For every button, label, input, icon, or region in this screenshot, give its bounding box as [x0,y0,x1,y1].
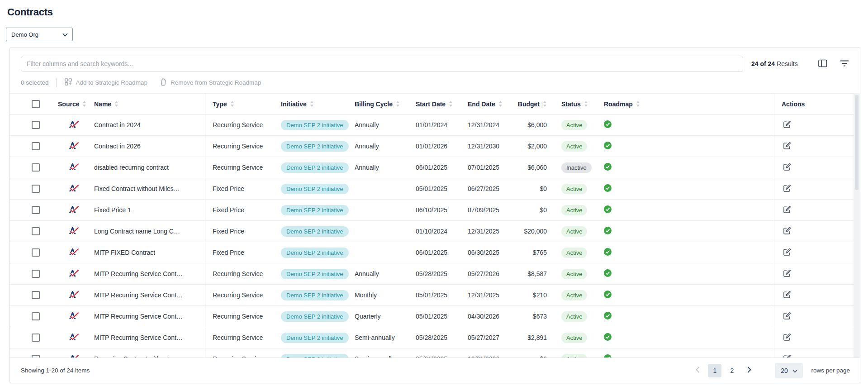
edit-contract-button[interactable] [782,332,792,344]
cell-budget: $6,000 [510,114,554,135]
edit-contract-button[interactable] [782,204,792,216]
sort-icon[interactable] [82,101,86,107]
header-cell-name[interactable]: Name [87,94,205,114]
cell-end: 05/27/2026 [468,270,499,277]
row-checkbox[interactable] [32,227,40,235]
cell-start: 01/01/2026 [416,143,447,150]
sort-icon[interactable] [636,101,640,107]
row-checkbox[interactable] [32,291,40,299]
header-cell-end[interactable]: End Date [460,94,510,114]
header-cell-budget[interactable]: Budget [510,94,554,114]
chevron-down-icon [62,30,68,38]
cell-start: 05/01/2025 [416,291,447,299]
page-size-value: 20 [781,367,788,374]
add-to-roadmap-button[interactable]: Add to Strategic Roadmap [65,77,147,88]
contracts-table-card: 24 of 24 Results [9,47,860,383]
row-checkbox[interactable] [32,121,40,129]
sort-icon[interactable] [584,101,588,107]
sort-icon[interactable] [396,101,400,107]
sort-icon[interactable] [543,101,547,107]
previous-page-button[interactable] [691,364,704,377]
cell-budget: $8,587 [510,263,554,284]
row-checkbox[interactable] [32,334,40,342]
scrollbar-thumb[interactable] [855,95,859,190]
cell-name: Long Contract name Long C… [87,221,205,242]
cell-select [10,327,51,348]
initiative-tag: Demo SEP 2 initiative [281,269,349,279]
edit-contract-button[interactable] [782,119,792,131]
cell-roadmap [597,306,774,327]
row-checkbox[interactable] [32,248,40,257]
header-cell-type[interactable]: Type [205,94,274,114]
header-cell-initiative[interactable]: Initiative [274,94,347,114]
page-button-1[interactable]: 1 [708,364,721,377]
toolbar-divider [56,78,57,87]
select-all-checkbox[interactable] [32,100,40,108]
cell-initiative: Demo SEP 2 initiative [274,242,347,263]
cell-budget: $20,000 [510,221,554,242]
cell-start: 05/28/2025 [416,334,447,341]
cell-start: 05/01/2025 [416,313,447,320]
cell-status: Active [554,306,597,327]
edit-contract-button[interactable] [782,183,792,195]
filter-icon [840,60,849,68]
header-cell-start[interactable]: Start Date [408,94,460,114]
row-checkbox[interactable] [32,312,40,320]
contract-source-logo [69,120,79,129]
vertical-scrollbar[interactable] [854,93,860,359]
sort-icon[interactable] [114,101,119,107]
cell-actions [774,114,854,135]
edit-contract-button[interactable] [782,310,792,323]
cell-billing: Annually [347,136,408,157]
row-checkbox[interactable] [32,206,40,214]
header-cell-roadmap[interactable]: Roadmap [597,94,774,114]
cell-billing: Quarterly [347,306,408,327]
contract-name: Fixed Price 1 [94,206,131,214]
cell-actions [774,242,854,263]
page-button-2[interactable]: 2 [725,364,739,377]
edit-contract-button[interactable] [782,225,792,238]
cell-end: 05/27/2027 [468,334,499,341]
edit-contract-button[interactable] [782,140,792,153]
row-checkbox[interactable] [32,185,40,193]
next-page-button[interactable] [742,364,756,377]
cell-roadmap [597,200,774,220]
row-checkbox[interactable] [32,163,40,172]
cell-actions [774,327,854,348]
sort-icon[interactable] [310,101,314,107]
row-checkbox[interactable] [32,270,40,278]
cell-billing: Semi-annually [347,327,408,348]
sort-icon[interactable] [449,101,453,107]
contract-source-logo [69,227,79,236]
header-cell-status[interactable]: Status [554,94,597,114]
cell-status: Active [554,242,597,263]
edit-contract-button[interactable] [782,162,792,174]
status-badge: Active [561,141,587,152]
sort-icon[interactable] [230,101,234,107]
cell-initiative: Demo SEP 2 initiative [274,263,347,284]
cell-type: Fixed Price [205,200,274,220]
org-selector-dropdown[interactable]: Demo Org [6,28,73,41]
row-checkbox[interactable] [32,142,40,150]
remove-from-roadmap-button[interactable]: Remove from Strategic Roadmap [160,77,261,88]
contract-source-logo [69,248,79,257]
sort-icon[interactable] [498,101,503,107]
columns-toggle-button[interactable] [817,58,828,70]
edit-contract-button[interactable] [782,289,792,301]
cell-name: Fixed Contract without Miles… [87,178,205,199]
search-input[interactable] [21,56,743,72]
cell-start: 01/01/2024 [416,121,447,129]
contracts-table: SourceNameTypeInitiativeBilling CycleSta… [10,93,860,359]
cell-billing [347,242,408,263]
table-row: MITP Recurring Service Cont…Recurring Se… [10,306,854,327]
edit-contract-button[interactable] [782,268,792,280]
check-circle-icon [604,184,612,193]
edit-contract-button[interactable] [782,247,792,259]
filter-button[interactable] [839,59,850,69]
selected-count: 0 selected [21,79,49,86]
cell-end: 04/30/2026 [468,313,499,320]
header-cell-billing[interactable]: Billing Cycle [347,94,408,114]
cell-status: Active [554,178,597,199]
page-size-dropdown[interactable]: 20 [775,363,803,378]
header-cell-source[interactable]: Source [51,94,87,114]
